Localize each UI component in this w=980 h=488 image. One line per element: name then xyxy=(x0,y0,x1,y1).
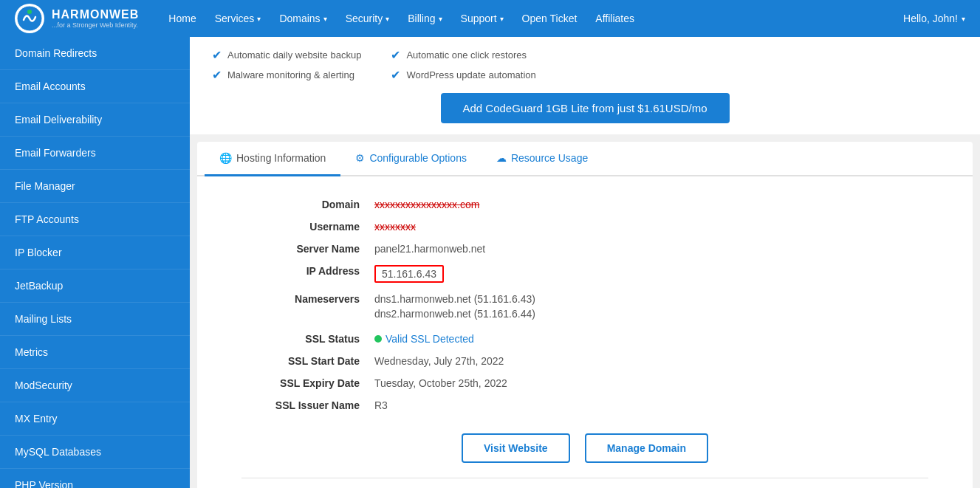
feature-malware: ✔ Malware monitoring & alerting xyxy=(212,68,361,82)
ip-address-row: IP Address 51.161.6.43 xyxy=(241,265,928,283)
user-greeting[interactable]: Hello, John! ▾ xyxy=(903,13,965,24)
sidebar-item-modsecurity[interactable]: ModSecurity xyxy=(0,369,190,402)
tab-configurable-options[interactable]: ⚙ Configurable Options xyxy=(340,142,482,176)
check-icon-4: ✔ xyxy=(391,68,400,82)
ssl-issuer-row: SSL Issuer Name R3 xyxy=(241,399,928,411)
username-label: Username xyxy=(241,221,374,233)
manage-account-heading: Manage Account xyxy=(241,478,928,488)
chart-icon: ☁ xyxy=(496,152,507,164)
domains-dropdown-arrow: ▾ xyxy=(323,15,327,23)
ssl-status-label: SSL Status xyxy=(241,333,374,345)
sidebar-item-email-accounts[interactable]: Email Accounts xyxy=(0,70,190,103)
tab-resource-usage[interactable]: ☁ Resource Usage xyxy=(482,142,603,176)
logo-text: HARMONWEB ...for a Stronger Web Identity… xyxy=(52,7,139,30)
ssl-valid-dot xyxy=(374,335,382,343)
visit-website-button[interactable]: Visit Website xyxy=(462,433,570,463)
codeguard-banner: ✔ Automatic daily website backup ✔ Malwa… xyxy=(190,37,980,134)
ssl-status-value: Valid SSL Detected xyxy=(374,333,474,345)
tabs-section: 🌐 Hosting Information ⚙ Configurable Opt… xyxy=(197,142,973,488)
codeguard-features-right: ✔ Automatic one click restores ✔ WordPre… xyxy=(391,48,535,82)
username-row: Username xxxxxxxx xyxy=(241,221,928,233)
ssl-start-label: SSL Start Date xyxy=(241,355,374,367)
codeguard-features-left: ✔ Automatic daily website backup ✔ Malwa… xyxy=(212,48,361,82)
user-dropdown-arrow: ▾ xyxy=(962,15,965,23)
ssl-expiry-row: SSL Expiry Date Tuesday, October 25th, 2… xyxy=(241,377,928,389)
billing-dropdown-arrow: ▾ xyxy=(439,15,442,23)
nav-home[interactable]: Home xyxy=(161,9,203,28)
nav-billing[interactable]: Billing ▾ xyxy=(400,9,449,28)
ip-address-value: 51.161.6.43 xyxy=(374,265,444,283)
hosting-info-panel: Domain xxxxxxxxxxxxxxxx.com Username xxx… xyxy=(197,176,973,488)
settings-icon: ⚙ xyxy=(355,152,365,164)
nameserver-2: dns2.harmonweb.net (51.161.6.44) xyxy=(374,308,535,320)
brand-name: HARMONWEB xyxy=(52,7,139,21)
codeguard-add-button[interactable]: Add CodeGuard 1GB Lite from just $1.61US… xyxy=(441,93,730,123)
nameservers-values: dns1.harmonweb.net (51.161.6.43) dns2.ha… xyxy=(374,293,535,323)
ssl-expiry-value: Tuesday, October 25th, 2022 xyxy=(374,377,507,389)
sidebar-item-mysql-databases[interactable]: MySQL Databases xyxy=(0,436,190,469)
nameservers-row: Nameservers dns1.harmonweb.net (51.161.6… xyxy=(241,293,928,323)
feature-restore: ✔ Automatic one click restores xyxy=(391,48,535,62)
globe-icon: 🌐 xyxy=(219,152,232,164)
sidebar-item-php-version[interactable]: PHP Version xyxy=(0,469,190,488)
main-content: ✔ Automatic daily website backup ✔ Malwa… xyxy=(190,37,980,488)
services-dropdown-arrow: ▾ xyxy=(257,15,261,23)
nameservers-label: Nameservers xyxy=(241,293,374,305)
logo[interactable]: HARMONWEB ...for a Stronger Web Identity… xyxy=(15,4,139,33)
check-icon-3: ✔ xyxy=(391,48,400,62)
tabs-header: 🌐 Hosting Information ⚙ Configurable Opt… xyxy=(197,142,973,176)
nav-support[interactable]: Support ▾ xyxy=(453,9,511,28)
tab-hosting-information[interactable]: 🌐 Hosting Information xyxy=(205,142,340,176)
page-layout: Domain Redirects Email Accounts Email De… xyxy=(0,37,980,488)
check-icon-1: ✔ xyxy=(212,48,222,62)
sidebar-item-metrics[interactable]: Metrics xyxy=(0,336,190,369)
server-name-label: Server Name xyxy=(241,243,374,255)
server-name-row: Server Name panel21.harmonweb.net xyxy=(241,243,928,255)
nav-affiliates[interactable]: Affiliates xyxy=(588,9,642,28)
manage-domain-button[interactable]: Manage Domain xyxy=(585,433,708,463)
ssl-issuer-value: R3 xyxy=(374,399,388,411)
ssl-start-row: SSL Start Date Wednesday, July 27th, 202… xyxy=(241,355,928,367)
sidebar-item-ip-blocker[interactable]: IP Blocker xyxy=(0,236,190,269)
nav-security[interactable]: Security ▾ xyxy=(338,9,397,28)
sidebar-item-mx-entry[interactable]: MX Entry xyxy=(0,402,190,436)
nav-services[interactable]: Services ▾ xyxy=(208,9,269,28)
nav-domains[interactable]: Domains ▾ xyxy=(272,9,334,28)
security-dropdown-arrow: ▾ xyxy=(386,15,389,23)
ssl-issuer-label: SSL Issuer Name xyxy=(241,399,374,411)
action-buttons: Visit Website Manage Domain xyxy=(241,433,928,463)
sidebar-item-email-forwarders[interactable]: Email Forwarders xyxy=(0,137,190,170)
sidebar-item-jetbackup[interactable]: JetBackup xyxy=(0,269,190,303)
sidebar-item-ftp-accounts[interactable]: FTP Accounts xyxy=(0,203,190,236)
nameserver-1: dns1.harmonweb.net (51.161.6.43) xyxy=(374,293,535,305)
logo-icon xyxy=(15,4,44,33)
sidebar-item-domain-redirects[interactable]: Domain Redirects xyxy=(0,37,190,70)
svg-point-1 xyxy=(27,10,32,14)
topnav-links: Home Services ▾ Domains ▾ Security ▾ Bil… xyxy=(161,9,903,28)
ssl-status-row: SSL Status Valid SSL Detected xyxy=(241,333,928,345)
support-dropdown-arrow: ▾ xyxy=(500,15,504,23)
sidebar-item-mailing-lists[interactable]: Mailing Lists xyxy=(0,303,190,336)
nav-open-ticket[interactable]: Open Ticket xyxy=(515,9,585,28)
check-icon-2: ✔ xyxy=(212,68,222,82)
brand-tagline: ...for a Stronger Web Identity. xyxy=(52,21,139,30)
sidebar-item-email-deliverability[interactable]: Email Deliverability xyxy=(0,103,190,137)
feature-backup: ✔ Automatic daily website backup xyxy=(212,48,361,62)
codeguard-features: ✔ Automatic daily website backup ✔ Malwa… xyxy=(212,48,958,82)
ip-address-label: IP Address xyxy=(241,265,374,277)
topnav: HARMONWEB ...for a Stronger Web Identity… xyxy=(0,0,980,37)
ssl-start-value: Wednesday, July 27th, 2022 xyxy=(374,355,504,367)
ssl-expiry-label: SSL Expiry Date xyxy=(241,377,374,389)
username-value: xxxxxxxx xyxy=(374,221,416,233)
domain-value: xxxxxxxxxxxxxxxx.com xyxy=(374,199,479,210)
domain-row: Domain xxxxxxxxxxxxxxxx.com xyxy=(241,199,928,210)
domain-label: Domain xyxy=(241,199,374,210)
ip-address-highlighted: 51.161.6.43 xyxy=(374,265,444,283)
sidebar-item-file-manager[interactable]: File Manager xyxy=(0,170,190,203)
logo-svg xyxy=(16,5,43,32)
sidebar: Domain Redirects Email Accounts Email De… xyxy=(0,37,190,488)
server-name-value: panel21.harmonweb.net xyxy=(374,243,485,255)
feature-wordpress: ✔ WordPress update automation xyxy=(391,68,535,82)
